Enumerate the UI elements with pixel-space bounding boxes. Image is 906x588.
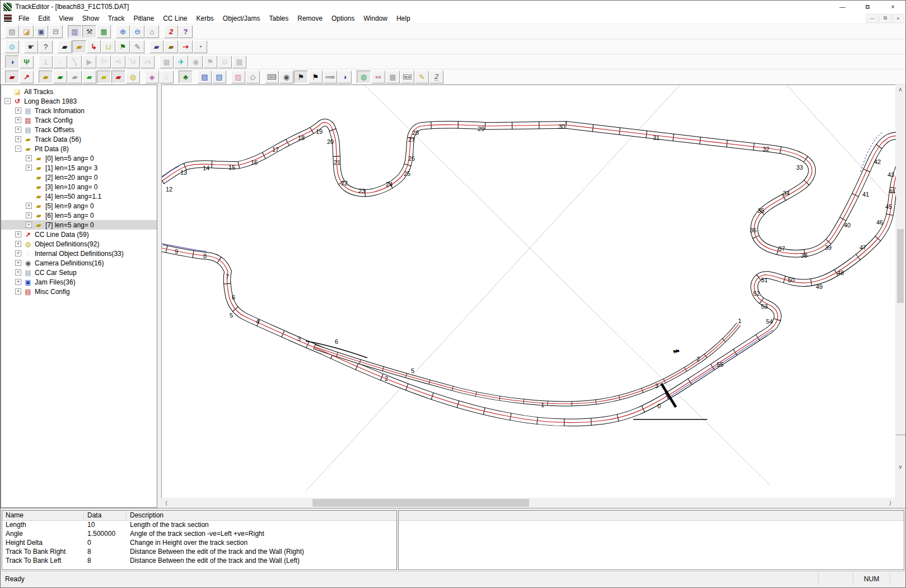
panel-splitter[interactable] xyxy=(157,85,161,508)
toolbar-button[interactable]: ☺ xyxy=(218,55,232,68)
toolbar-button[interactable]: ◍ xyxy=(126,71,140,83)
toolbar-button[interactable]: ⊟ xyxy=(49,25,63,38)
toolbar-button[interactable]: ▰ xyxy=(97,71,111,83)
menu-item[interactable]: CC Line xyxy=(158,13,192,24)
table-row[interactable]: Track To Bank Left 8 Distance Between th… xyxy=(2,557,396,566)
toolbar-button[interactable]: ◉ xyxy=(189,55,203,68)
tree-item[interactable]: + ▤ Track Offsets xyxy=(1,125,157,134)
toolbar-button[interactable]: ∙ xyxy=(53,55,67,68)
tree-expander-icon[interactable]: + xyxy=(15,241,21,247)
toolbar-button[interactable]: ▰ xyxy=(39,71,53,83)
mdi-restore-button[interactable]: ⧉ xyxy=(879,14,891,23)
toolbar-button[interactable]: 2 xyxy=(164,25,178,38)
tree-item[interactable]: + ▰ [7] len=5 ang= 0 xyxy=(1,220,157,230)
menu-item[interactable]: Show xyxy=(78,13,104,24)
minimize-button[interactable]: — xyxy=(830,1,855,13)
table-row[interactable]: Angle 1.500000 Angle of the track sectio… xyxy=(2,530,396,539)
table-row[interactable]: Height Delta 0 Change in Height over the… xyxy=(2,539,396,548)
scroll-up-icon[interactable]: ∧ xyxy=(895,85,905,94)
title-bar[interactable]: TrackEditor - [lbeach83_F1CT05.DAT] — ⧉ … xyxy=(1,1,905,13)
toolbar-button[interactable]: ▨ xyxy=(231,71,245,83)
tree-expander-icon[interactable]: + xyxy=(15,231,21,237)
tree-item[interactable]: + ▰ [6] len=5 ang= 0 xyxy=(1,211,157,220)
toolbar-button[interactable]: ▦ xyxy=(232,55,246,68)
tree-expander-icon[interactable]: + xyxy=(15,279,21,285)
toolbar-button[interactable]: ◉ xyxy=(279,71,293,83)
menu-item[interactable]: Pitlane xyxy=(129,13,158,24)
toolbar-button[interactable]: ⚑ xyxy=(294,71,308,83)
tree-expander-icon[interactable]: + xyxy=(26,155,32,161)
tree-expander-icon[interactable]: + xyxy=(15,117,21,123)
toolbar-button[interactable]: ▤ xyxy=(5,25,19,38)
menu-item[interactable]: Remove xyxy=(293,13,327,24)
toolbar-button[interactable]: ▰ xyxy=(58,40,72,53)
menu-item[interactable]: Object/Jams xyxy=(218,13,265,24)
tree-expander-icon[interactable]: + xyxy=(26,222,32,228)
close-button[interactable]: × xyxy=(880,1,905,13)
toolbar-button[interactable]: ▰ xyxy=(111,71,125,83)
toolbar-button[interactable]: ▥ xyxy=(68,25,82,38)
toolbar-button[interactable]: 2 xyxy=(429,71,443,83)
tree-expander-icon[interactable]: + xyxy=(15,269,21,276)
toolbar-button[interactable]: ↳ xyxy=(87,40,101,53)
tree-item[interactable]: + ◉ Camera Definitions(16) xyxy=(1,258,157,268)
vertical-scroll-thumb[interactable] xyxy=(897,229,904,303)
tree-item[interactable]: + ▰ Track Data (56) xyxy=(1,134,157,144)
toolbar-button[interactable]: ▤ xyxy=(198,71,212,83)
toolbar-button[interactable]: ⊙ xyxy=(5,40,19,53)
menu-item[interactable]: Track xyxy=(104,13,129,24)
toolbar-button[interactable]: ✎ xyxy=(130,40,144,53)
toolbar-button[interactable]: ╲1 xyxy=(126,55,140,68)
toolbar-button[interactable]: ⚒ xyxy=(82,25,96,38)
toolbar-button[interactable]: ▱1 xyxy=(141,55,155,68)
toolbar-button[interactable]: ▰ xyxy=(68,71,82,83)
toolbar-button[interactable]: ▰ xyxy=(150,40,164,53)
toolbar-button[interactable]: ⚑ xyxy=(203,55,217,68)
toolbar-button[interactable]: ⊥ xyxy=(39,55,53,68)
scroll-down-icon[interactable]: ∨ xyxy=(895,435,905,498)
toolbar-button[interactable]: ◑ xyxy=(338,71,352,83)
toolbar-button[interactable]: Ψ xyxy=(20,55,34,68)
toolbar-button[interactable]: ⊖ xyxy=(130,25,144,38)
tree-item[interactable]: + ▣ Jam Files(36) xyxy=(1,277,157,287)
tree-item[interactable]: + ◌ Internal Object Definitions(33) xyxy=(1,249,157,258)
toolbar-button[interactable]: ▦ xyxy=(386,71,400,83)
tree-expander-icon[interactable]: + xyxy=(15,127,21,133)
tree-expander-icon[interactable]: + xyxy=(15,260,21,266)
tree-item[interactable]: ▰ [4] len=50 ang=1.1 xyxy=(1,192,157,201)
tree-expander-icon[interactable]: + xyxy=(26,203,32,209)
menu-item[interactable]: Options xyxy=(327,13,359,24)
tree-item[interactable]: + ↗ CC Line Data (59) xyxy=(1,230,157,239)
tree-expander-icon[interactable]: + xyxy=(26,165,32,171)
toolbar-button[interactable]: ♣ xyxy=(179,71,193,83)
menu-item[interactable]: File xyxy=(14,13,34,24)
toolbar-button[interactable]: ×1 xyxy=(111,55,125,68)
toolbar-button[interactable]: ⊔ xyxy=(101,40,115,53)
toolbar-button[interactable]: ⊕ xyxy=(116,25,130,38)
toolbar-button[interactable]: text xyxy=(400,71,414,83)
vertical-scrollbar[interactable]: ∧ ∨ xyxy=(895,85,905,498)
scroll-left-icon[interactable]: ⟨ xyxy=(161,498,171,508)
toolbar-button[interactable]: ▰ xyxy=(53,71,67,83)
horizontal-scroll-thumb[interactable] xyxy=(312,499,529,507)
toolbar-button[interactable]: ⚐ xyxy=(97,55,111,68)
tree-item[interactable]: + ▤ CC Car Setup xyxy=(1,268,157,277)
menu-item[interactable]: View xyxy=(54,13,78,24)
tree-expander-icon[interactable]: + xyxy=(26,212,32,218)
toolbar-button[interactable]: ⚑ xyxy=(116,40,130,53)
menu-item[interactable]: Kerbs xyxy=(192,13,218,24)
menu-item[interactable]: Help xyxy=(392,13,415,24)
restore-button[interactable]: ⧉ xyxy=(855,1,880,13)
tree-item[interactable]: ▰ [3] len=10 ang= 0 xyxy=(1,182,157,192)
tree-item[interactable]: + ▰ [0] len=5 ang= 0 xyxy=(1,153,157,163)
table-row[interactable]: Track To Bank Right 8 Distance Between t… xyxy=(2,548,396,557)
tree-expander-icon[interactable]: + xyxy=(15,136,21,142)
toolbar-button[interactable]: ▦ xyxy=(97,25,111,38)
mdi-child-icon[interactable] xyxy=(4,15,12,22)
mdi-minimize-button[interactable]: — xyxy=(866,14,879,23)
toolbar-button[interactable]: ⚑ xyxy=(309,71,323,83)
column-header-name[interactable]: Name xyxy=(2,511,84,520)
toolbar-button[interactable]: ◑ xyxy=(5,55,19,68)
tree-item[interactable]: + ◍ Object Definitions(92) xyxy=(1,239,157,249)
toolbar-button[interactable]: ▶ xyxy=(82,55,96,68)
